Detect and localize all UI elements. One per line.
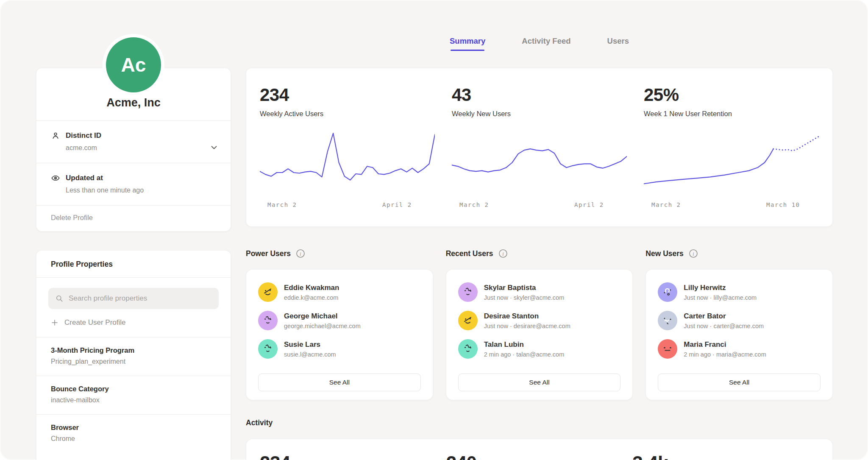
field-distinct-id: Distinct ID acme.com — [36, 121, 231, 163]
week1-retention-chart — [644, 130, 819, 195]
user-texts: Desirae Stanton Just now · desirare@acme… — [484, 312, 570, 329]
user-email: eddie.k@acme.com — [284, 294, 339, 301]
user-texts: Susie Lars susie.l@acme.com — [284, 340, 336, 358]
doodle-face-icon — [660, 342, 675, 356]
see-all-button[interactable]: See All — [658, 374, 821, 391]
avatar — [458, 311, 478, 330]
user-texts: Eddie Kwakman eddie.k@acme.com — [284, 284, 339, 301]
profile-properties-card: Profile Properties Create User Profile 3… — [36, 250, 231, 460]
tab-bar: Summary Activity Feed Users — [246, 36, 833, 51]
user-lists: Power Users i Eddie Kwakman eddie.k@acme… — [246, 247, 833, 400]
field-updated-at: Updated at Less than one minute ago — [36, 163, 231, 205]
doodle-face-icon — [461, 313, 475, 328]
property-row[interactable]: 3-Month Pricing Program Pricing_plan_exp… — [36, 337, 231, 376]
avatar — [458, 282, 478, 302]
property-row[interactable]: Browser Chrome — [36, 415, 231, 453]
stat-weekly-new-users: 43 Weekly New Users March 2 April 2 — [452, 86, 627, 226]
user-email: Just now · skyler@acme.com — [484, 294, 565, 301]
user-row[interactable]: Eddie Kwakman eddie.k@acme.com — [258, 282, 421, 303]
user-email: george.michael@acme.com — [284, 323, 361, 329]
user-name: George Michael — [284, 312, 361, 321]
user-email: susie.l@acme.com — [284, 351, 336, 358]
create-user-profile-button[interactable]: Create User Profile — [51, 318, 216, 327]
doodle-face-icon — [660, 285, 675, 299]
x-tick: April 2 — [382, 201, 412, 208]
new-users-section: New Users i Lilly Herwitz Just now · lil… — [645, 247, 833, 400]
see-all-button[interactable]: See All — [458, 374, 621, 391]
user-row[interactable]: Susie Lars susie.l@acme.com — [258, 338, 421, 360]
user-row[interactable]: Skylar Baptista Just now · skyler@acme.c… — [458, 282, 621, 303]
svg-text:i: i — [502, 251, 504, 257]
doodle-face-icon — [261, 342, 275, 356]
property-value: Pricing_plan_experiment — [51, 358, 216, 365]
activity-stat: 3.4k — [632, 454, 819, 460]
avatar — [258, 339, 278, 359]
user-row[interactable]: Lilly Herwitz Just now · lilly@acme.com — [658, 282, 821, 303]
info-icon[interactable]: i — [498, 249, 508, 258]
user-name: Carter Bator — [684, 312, 764, 321]
tab-summary[interactable]: Summary — [450, 36, 485, 51]
user-row[interactable]: Desirae Stanton Just now · desirare@acme… — [458, 310, 621, 331]
list-header: New Users i — [645, 247, 833, 260]
field-label: Updated at — [66, 174, 103, 182]
search-icon — [55, 294, 64, 303]
profile-properties-title: Profile Properties — [36, 251, 231, 277]
user-row[interactable]: Carter Bator Just now · carter@acme.com — [658, 310, 821, 331]
list-title: Power Users — [246, 249, 291, 258]
stat-value: 43 — [452, 86, 627, 104]
weekly-new-users-chart — [452, 130, 627, 195]
user-email: 2 min ago · talan@acme.com — [484, 351, 565, 358]
search-input[interactable] — [48, 288, 219, 309]
profile-dashboard: Ac Acme, Inc Distinct ID acme.com — [0, 0, 868, 460]
x-tick: March 2 — [459, 201, 489, 208]
user-email: Just now · lilly@acme.com — [684, 294, 757, 301]
field-value: acme.com — [66, 144, 216, 152]
activity-stat: 240 — [446, 454, 633, 460]
user-name: Desirae Stanton — [484, 312, 570, 321]
chevron-down-icon[interactable] — [209, 143, 219, 152]
property-name: 3-Month Pricing Program — [51, 346, 216, 354]
property-row[interactable]: Bounce Category inactive-mailbox — [36, 376, 231, 414]
info-icon[interactable]: i — [689, 249, 698, 258]
tab-users[interactable]: Users — [607, 36, 629, 51]
list-header: Recent Users i — [446, 247, 633, 260]
company-avatar: Ac — [106, 37, 161, 92]
user-row[interactable]: Maria Franci 2 min ago · maria@acme.com — [658, 338, 821, 360]
user-texts: Carter Bator Just now · carter@acme.com — [684, 312, 764, 329]
user-name: Lilly Herwitz — [684, 284, 757, 292]
user-email: Just now · desirare@acme.com — [484, 323, 570, 329]
stat-value: 25% — [644, 86, 819, 104]
user-texts: Talan Lubin 2 min ago · talan@acme.com — [484, 340, 565, 358]
activity-card: 234 240 3.4k — [246, 439, 833, 460]
person-icon — [51, 131, 60, 140]
list-header: Power Users i — [246, 247, 433, 260]
recent-users-section: Recent Users i Skylar Baptista Just now … — [446, 247, 633, 400]
list-title: New Users — [645, 249, 684, 258]
user-row[interactable]: Talan Lubin 2 min ago · talan@acme.com — [458, 338, 621, 360]
delete-profile-button[interactable]: Delete Profile — [36, 206, 231, 231]
user-row[interactable]: George Michael george.michael@acme.com — [258, 310, 421, 331]
x-axis-ticks: March 2 April 2 — [452, 201, 627, 209]
user-texts: Lilly Herwitz Just now · lilly@acme.com — [684, 284, 757, 301]
x-tick: March 2 — [267, 201, 297, 208]
doodle-face-icon — [261, 285, 275, 299]
property-name: Browser — [51, 424, 216, 432]
info-icon[interactable]: i — [296, 249, 305, 258]
doodle-face-icon — [660, 313, 675, 328]
summary-stats-card: 234 Weekly Active Users March 2 April 2 … — [246, 68, 833, 227]
stat-label: Week 1 New User Retention — [644, 110, 819, 118]
avatar — [258, 282, 278, 302]
user-name: Maria Franci — [684, 340, 766, 349]
stat-weekly-active-users: 234 Weekly Active Users March 2 April 2 — [260, 86, 435, 226]
user-name: Talan Lubin — [484, 340, 565, 349]
svg-text:i: i — [300, 251, 301, 257]
stat-label: Weekly New Users — [452, 110, 627, 118]
tab-activity-feed[interactable]: Activity Feed — [522, 36, 570, 51]
recent-users-card: Skylar Baptista Just now · skyler@acme.c… — [446, 269, 633, 400]
stat-label: Weekly Active Users — [260, 110, 435, 118]
x-tick: April 2 — [574, 201, 604, 208]
field-label: Distinct ID — [66, 131, 101, 140]
activity-section-title: Activity — [246, 418, 273, 427]
user-name: Skylar Baptista — [484, 284, 565, 292]
see-all-button[interactable]: See All — [258, 374, 421, 391]
